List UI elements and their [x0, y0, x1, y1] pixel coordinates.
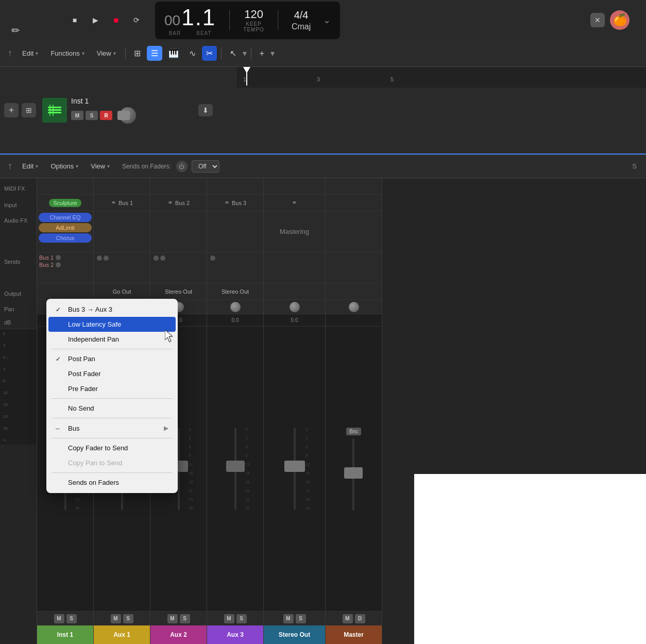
group-button[interactable]: ⊞: [22, 103, 36, 117]
transport-chevron-icon[interactable]: ⌄: [323, 14, 331, 26]
ctx-item-sends-on-faders[interactable]: Sends on Faders: [46, 475, 178, 490]
functions-caret-icon: ▾: [82, 50, 84, 56]
aux2-s-btn[interactable]: S: [180, 614, 190, 623]
ctx-item-no-send[interactable]: No Send: [46, 401, 178, 416]
ctx-item-low-latency-safe[interactable]: Low Latency Safe: [48, 317, 176, 332]
stereo-pan: [264, 300, 325, 314]
wave-view-button[interactable]: ∿: [185, 46, 200, 61]
list-view-button[interactable]: ☰: [147, 46, 162, 61]
mixer-back-arrow-button[interactable]: ↑: [5, 158, 15, 174]
mixer-edit-button[interactable]: Edit ▾: [17, 160, 43, 173]
aux2-m-btn[interactable]: M: [167, 614, 178, 623]
output-label: Output: [0, 285, 37, 302]
inst1-chorus[interactable]: Chorus: [39, 233, 92, 243]
back-arrow-button[interactable]: ↑: [5, 45, 15, 61]
avatar-button[interactable]: 🍊: [610, 10, 630, 30]
scale-n10: 10: [3, 391, 33, 395]
pan-label: Pan: [0, 302, 37, 316]
mastering-label: Mastering: [278, 224, 311, 240]
add-track-button[interactable]: +: [4, 103, 19, 117]
ctx-label-post-fader: Post Fader: [68, 370, 101, 378]
white-box: [414, 474, 646, 644]
download-button[interactable]: ⬇: [198, 104, 213, 116]
inst1-m-btn[interactable]: M: [54, 614, 64, 623]
mixer-options-caret: ▾: [76, 163, 78, 169]
sends-power-button[interactable]: ⏻: [176, 161, 188, 172]
aux2-dot2: [160, 256, 165, 261]
inst1-s-btn[interactable]: S: [66, 614, 77, 623]
sends-off-dropdown[interactable]: Off: [192, 160, 219, 173]
mute-button[interactable]: M: [71, 111, 83, 120]
master-fader-handle[interactable]: [344, 467, 363, 479]
piano-view-button[interactable]: 🎹: [164, 46, 183, 61]
aux1-input-label: Bus 1: [118, 200, 133, 206]
edit-menu-button[interactable]: Edit ▾: [17, 47, 43, 60]
stereo-fader-track[interactable]: [294, 428, 296, 510]
stereo-link-icon: ⚭: [292, 199, 297, 207]
aux3-pan-knob[interactable]: [230, 302, 241, 312]
pencil-tool-button[interactable]: ✏: [11, 24, 20, 37]
ctx-item-pre-fader[interactable]: Pre Fader: [46, 381, 178, 396]
stereo-fader-handle[interactable]: [284, 461, 305, 472]
aux2-dot1: [154, 256, 159, 261]
ctx-label-post-pan: Post Pan: [68, 355, 95, 363]
pointer-tool-button[interactable]: ↖: [226, 46, 241, 61]
bounce-button[interactable]: Bnc: [346, 428, 361, 435]
aux3-midi-fx: [207, 178, 263, 195]
scale-n3: 3: [3, 367, 33, 371]
bar-label: BAR: [169, 30, 181, 36]
stereo-s-btn[interactable]: S: [296, 614, 306, 623]
inst1-input-pill[interactable]: Sculpture: [49, 199, 81, 207]
ctx-item-post-fader[interactable]: Post Fader: [46, 366, 178, 381]
ctx-item-copy-fader[interactable]: Copy Fader to Send: [46, 440, 178, 455]
inst1-send2-label[interactable]: Bus 2: [39, 262, 54, 268]
solo-button[interactable]: S: [86, 111, 98, 120]
cycle-button[interactable]: ⟳: [128, 12, 145, 28]
ctx-item-copy-pan: Copy Pan to Send: [46, 455, 178, 470]
mixer-options-button[interactable]: Options ▾: [45, 160, 83, 173]
aux1-dot2: [104, 256, 109, 261]
stereo-fader: 0369121518212430: [264, 327, 325, 611]
aux3-name-bar: Aux 3: [207, 625, 263, 644]
master-fader: Bnc: [326, 327, 382, 611]
ctx-item-bus[interactable]: – Bus ▶: [46, 420, 178, 436]
record-button[interactable]: ⏺: [108, 12, 124, 28]
master-fader-inner: Bnc: [346, 428, 361, 511]
ctx-item-bus3-aux3[interactable]: ✓ Bus 3 → Aux 3: [46, 302, 178, 317]
scissors-view-button[interactable]: ✂: [202, 46, 217, 61]
track-add-controls: + ⊞: [4, 103, 36, 117]
ctx-item-post-pan[interactable]: ✓ Post Pan: [46, 351, 178, 366]
inst1-adlimit[interactable]: AdLimit: [39, 223, 92, 232]
stereo-m-btn[interactable]: M: [283, 614, 294, 623]
close-button[interactable]: ✕: [590, 13, 605, 27]
inst1-send1-label[interactable]: Bus 1: [39, 255, 54, 261]
aux3-m-btn[interactable]: M: [224, 614, 234, 623]
master-d-btn[interactable]: D: [355, 614, 365, 623]
inst1-channel-eq[interactable]: Channel EQ: [39, 213, 92, 222]
ctx-label-copy-pan-to-send: Copy Pan to Send: [68, 459, 123, 467]
ctx-label-pre-fader: Pre Fader: [68, 385, 98, 393]
stop-button[interactable]: ■: [66, 12, 83, 28]
plus-tool-button[interactable]: +: [256, 46, 268, 61]
aux3-audio-fx: [207, 211, 263, 252]
master-m-btn[interactable]: M: [343, 614, 353, 623]
aux3-fader-track[interactable]: [234, 428, 236, 510]
mixer-view-button[interactable]: View ▾: [86, 160, 115, 173]
aux3-fader-handle[interactable]: [226, 461, 245, 472]
master-pan-knob[interactable]: [349, 302, 359, 312]
record-arm-button[interactable]: R: [100, 111, 112, 120]
grid-view-button[interactable]: ⊞: [130, 46, 145, 61]
aux1-audio-fx: [94, 211, 150, 252]
stereo-pan-knob[interactable]: [290, 302, 300, 312]
aux3-s-btn[interactable]: S: [236, 614, 247, 623]
stereo-db: 0.0: [264, 314, 325, 327]
aux1-m-btn[interactable]: M: [111, 614, 121, 623]
aux1-s-btn[interactable]: S: [123, 614, 133, 623]
view-menu-button[interactable]: View ▾: [92, 47, 121, 60]
play-button[interactable]: ▶: [87, 12, 104, 28]
ctx-item-independent-pan[interactable]: Independent Pan: [46, 332, 178, 347]
aux2-fader-track[interactable]: [178, 428, 180, 510]
functions-menu-button[interactable]: Functions ▾: [45, 47, 89, 60]
master-fader-track[interactable]: [352, 438, 354, 511]
inst1-name-bar: Inst 1: [37, 625, 93, 644]
